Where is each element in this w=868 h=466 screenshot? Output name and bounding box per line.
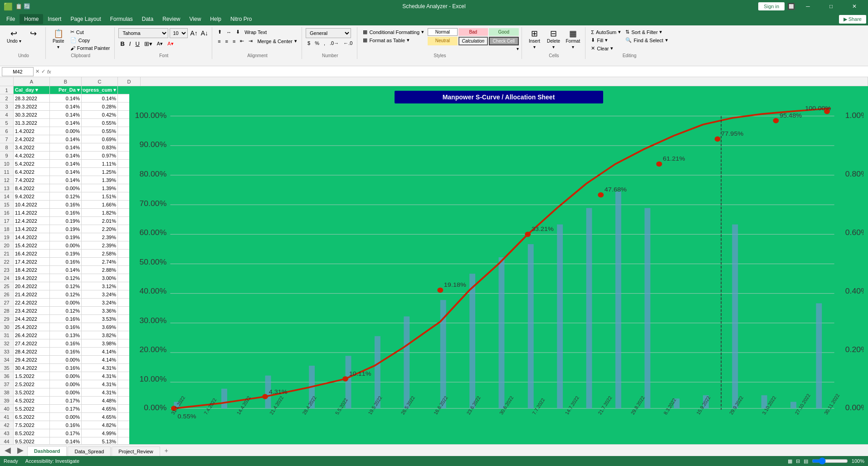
cell-per-day[interactable]: 0.19% bbox=[50, 250, 82, 257]
cell-date[interactable]: 7.5.2022 bbox=[14, 421, 50, 429]
cell-progress-cum[interactable]: 0.42% bbox=[82, 111, 118, 118]
cell-per-day[interactable]: 0.14% bbox=[50, 152, 82, 159]
format-button[interactable]: ▦ Format▾ bbox=[564, 28, 583, 51]
cell-date[interactable]: 29.4.2022 bbox=[14, 356, 50, 363]
menu-insert[interactable]: Insert bbox=[43, 14, 66, 24]
style-check-cell[interactable]: Check Cell bbox=[489, 37, 518, 45]
cell-date[interactable]: 6.5.2022 bbox=[14, 413, 50, 421]
cell-per-day[interactable]: 0.12% bbox=[50, 274, 82, 282]
cell-date[interactable]: 23.4.2022 bbox=[14, 307, 50, 314]
decimal-increase-button[interactable]: .0→ bbox=[328, 39, 341, 47]
delete-button[interactable]: ⊟ Delete▾ bbox=[545, 28, 563, 51]
cell-progress-cum[interactable]: 3.00% bbox=[82, 274, 118, 282]
align-top-button[interactable]: ⬆ bbox=[216, 28, 224, 36]
cell-date[interactable]: 30.4.2022 bbox=[14, 364, 50, 372]
cell-date[interactable]: 3.5.2022 bbox=[14, 388, 50, 396]
cell-date[interactable]: 13.4.2022 bbox=[14, 225, 50, 233]
cell-progress-cum[interactable]: 1.82% bbox=[82, 209, 118, 216]
find-select-button[interactable]: 🔍 Find & Select▾ bbox=[624, 36, 669, 44]
formula-fx-icon[interactable]: fx bbox=[47, 69, 51, 74]
cell-progress-cum[interactable]: 1.25% bbox=[82, 168, 118, 176]
fill-button[interactable]: ⬇ Fill▾ bbox=[589, 36, 623, 44]
cell-date[interactable]: 16.4.2022 bbox=[14, 250, 50, 257]
increase-font-button[interactable]: A↑ bbox=[189, 29, 198, 38]
format-as-table-button[interactable]: ▦ Format as Table▾ bbox=[361, 36, 426, 44]
paste-button[interactable]: 📋 Paste ▾ bbox=[49, 28, 68, 51]
styles-expand-button[interactable]: ▾ bbox=[428, 46, 518, 51]
cell-date[interactable]: 4.4.2022 bbox=[14, 152, 50, 159]
align-left-button[interactable]: ≡ bbox=[216, 37, 222, 45]
conditional-formatting-button[interactable]: ▦ Conditional Formatting▾ bbox=[361, 28, 426, 36]
font-size-select[interactable]: 10 bbox=[170, 28, 188, 38]
indent-increase-button[interactable]: ⇥ bbox=[247, 37, 254, 45]
cell-date[interactable]: 27.4.2022 bbox=[14, 339, 50, 347]
cell-progress-cum[interactable]: 4.99% bbox=[82, 429, 118, 437]
align-right-button[interactable]: ≡ bbox=[231, 37, 237, 45]
cell-date[interactable]: 24.4.2022 bbox=[14, 315, 50, 323]
cell-per-day[interactable]: 0.00% bbox=[50, 356, 82, 363]
cell-progress-cum[interactable]: 0.28% bbox=[82, 103, 118, 110]
maximize-button[interactable]: □ bbox=[821, 0, 841, 13]
cell-per-day[interactable]: 0.16% bbox=[50, 315, 82, 323]
cell-progress-cum[interactable]: 2.88% bbox=[82, 266, 118, 274]
align-middle-button[interactable]: ↔ bbox=[224, 28, 233, 36]
cell-date[interactable]: 2.5.2022 bbox=[14, 380, 50, 388]
cell-progress-cum[interactable]: 3.53% bbox=[82, 315, 118, 323]
cell-progress-cum[interactable]: 1.11% bbox=[82, 160, 118, 167]
cell-progress-cum[interactable]: 4.14% bbox=[82, 356, 118, 363]
ribbon-display-icon[interactable]: 🔲 bbox=[787, 3, 795, 10]
formula-input[interactable] bbox=[53, 67, 866, 76]
cell-progress-cum[interactable]: 3.12% bbox=[82, 282, 118, 290]
col-header-B[interactable]: B bbox=[50, 77, 82, 86]
col-header-A[interactable]: A bbox=[14, 77, 50, 86]
cell-date[interactable]: 30.3.2022 bbox=[14, 111, 50, 118]
cell-date[interactable]: 5.4.2022 bbox=[14, 160, 50, 167]
cell-per-day[interactable]: 0.16% bbox=[50, 339, 82, 347]
cell-per-day[interactable]: 0.00% bbox=[50, 388, 82, 396]
cell-date[interactable]: 20.4.2022 bbox=[14, 282, 50, 290]
cell-date[interactable]: 31.3.2022 bbox=[14, 119, 50, 127]
cell-progress-cum[interactable]: 4.31% bbox=[82, 380, 118, 388]
cell-per-day[interactable]: 0.14% bbox=[50, 119, 82, 127]
menu-review[interactable]: Review bbox=[158, 14, 185, 24]
cell-progress-cum[interactable]: 2.20% bbox=[82, 225, 118, 233]
cell-per-day[interactable]: 0.12% bbox=[50, 307, 82, 314]
cell-date[interactable]: 9.5.2022 bbox=[14, 437, 50, 444]
cell-per-day[interactable]: 0.12% bbox=[50, 282, 82, 290]
cell-progress-cum[interactable]: 3.82% bbox=[82, 331, 118, 339]
cell-progress-cum[interactable]: 4.31% bbox=[82, 372, 118, 380]
cell-per-day[interactable]: 0.16% bbox=[50, 364, 82, 372]
cell-date[interactable]: 1.5.2022 bbox=[14, 372, 50, 380]
cell-progress-cum[interactable]: 4.65% bbox=[82, 413, 118, 421]
name-box[interactable] bbox=[2, 67, 34, 76]
border-button[interactable]: ⊞▾ bbox=[142, 39, 154, 48]
cell-date[interactable]: 26.4.2022 bbox=[14, 331, 50, 339]
cell-per-day[interactable]: 0.17% bbox=[50, 429, 82, 437]
cell-progress-cum[interactable]: 0.69% bbox=[82, 135, 118, 143]
cell-per-day[interactable]: 0.16% bbox=[50, 209, 82, 216]
grid-scroll[interactable]: 1 Cal_day ▾ Per_Da ▾ Progress_cum ▾ 2 28… bbox=[0, 86, 129, 444]
cell-date[interactable]: 6.4.2022 bbox=[14, 168, 50, 176]
cell-per-day[interactable]: 0.14% bbox=[50, 111, 82, 118]
cell-per-day[interactable]: 0.19% bbox=[50, 217, 82, 225]
cell-progress-cum[interactable]: 1.39% bbox=[82, 176, 118, 184]
cell-progress-cum[interactable]: 1.51% bbox=[82, 192, 118, 200]
bold-button[interactable]: B bbox=[118, 39, 126, 48]
number-format-select[interactable]: General bbox=[306, 28, 351, 38]
cell-per-day[interactable]: 0.00% bbox=[50, 372, 82, 380]
cell-date[interactable]: 5.5.2022 bbox=[14, 405, 50, 412]
menu-home[interactable]: Home bbox=[20, 14, 43, 24]
cell-date[interactable]: 3.4.2022 bbox=[14, 143, 50, 151]
cell-date[interactable]: 8.5.2022 bbox=[14, 429, 50, 437]
indent-decrease-button[interactable]: ⇤ bbox=[238, 37, 246, 45]
percent-button[interactable]: % bbox=[313, 39, 321, 47]
cell-progress-cum[interactable]: 2.39% bbox=[82, 241, 118, 249]
cell-date[interactable]: 4.5.2022 bbox=[14, 397, 50, 404]
fill-color-button[interactable]: A▾ bbox=[155, 40, 165, 48]
cell-progress-cum[interactable]: 3.98% bbox=[82, 339, 118, 347]
cell-date[interactable]: 22.4.2022 bbox=[14, 299, 50, 306]
cell-per-day[interactable]: 0.12% bbox=[50, 192, 82, 200]
cell-date[interactable]: 7.4.2022 bbox=[14, 176, 50, 184]
cell-date[interactable]: 19.4.2022 bbox=[14, 274, 50, 282]
menu-page-layout[interactable]: Page Layout bbox=[66, 14, 105, 24]
